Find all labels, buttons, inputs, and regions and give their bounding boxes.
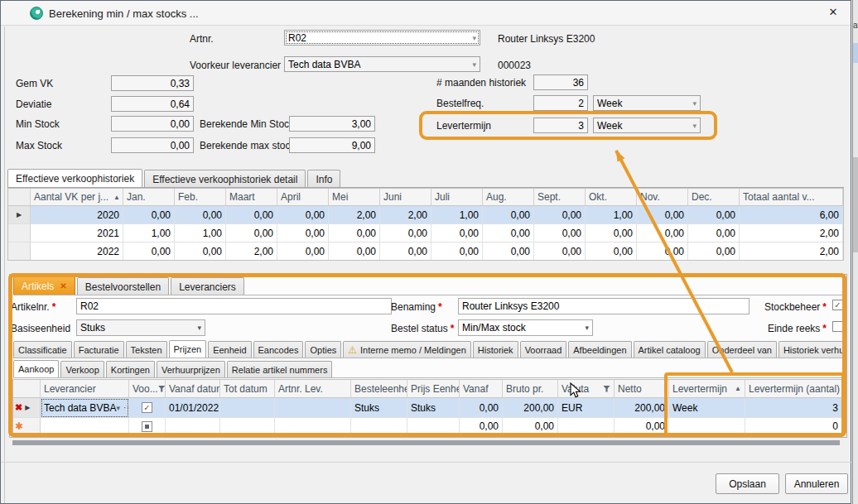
gem-vk-field[interactable]: 0,33 bbox=[111, 75, 194, 91]
grid-cell[interactable]: 0,00 bbox=[460, 418, 503, 435]
grid-cell[interactable]: Stuks bbox=[407, 398, 460, 418]
history-cell[interactable]: 0,00 bbox=[380, 242, 431, 261]
grid-cell[interactable] bbox=[220, 418, 275, 435]
history-cell[interactable]: 2,00 bbox=[740, 242, 843, 261]
history-cell[interactable]: 0,00 bbox=[431, 224, 483, 242]
history-cell[interactable]: 1,00 bbox=[123, 224, 175, 242]
berekende-max-stock-field[interactable]: 9,00 bbox=[289, 137, 375, 153]
grid-cell[interactable] bbox=[166, 418, 220, 435]
history-tabs-item[interactable]: Effectieve verkoophistoriek detail bbox=[144, 170, 306, 188]
grid-cell[interactable]: 3 bbox=[745, 398, 842, 418]
grid-cell[interactable]: ✓ bbox=[129, 398, 166, 418]
price-tabs-item[interactable]: Relatie artikel nummers bbox=[227, 361, 333, 378]
opslaan-button[interactable]: Opslaan bbox=[716, 473, 779, 494]
article-tabs-item[interactable]: Artikels✕ bbox=[13, 276, 75, 295]
grid-column-header[interactable]: Leverancier bbox=[41, 380, 129, 398]
min-stock-field[interactable]: 0,00 bbox=[111, 116, 194, 132]
grid-cell[interactable]: 200,00 bbox=[615, 398, 669, 418]
grid-column-header[interactable]: Vanaf bbox=[460, 380, 503, 398]
history-cell[interactable]: 0,00 bbox=[483, 206, 534, 224]
grid-cell[interactable] bbox=[41, 418, 129, 435]
basiseenheid-dropdown-icon[interactable]: ▾ bbox=[197, 324, 201, 332]
voorkeur-leverancier-combo[interactable]: Tech data BVBA ▾ bbox=[284, 56, 480, 72]
bestel-status-combo[interactable]: Min/Max stock ▾ bbox=[458, 319, 593, 336]
grid-cell[interactable]: Week bbox=[669, 398, 745, 418]
detail-tabs-item[interactable]: Teksten bbox=[126, 341, 167, 358]
dialog-titlebar[interactable]: Berekening min / max stocks ... ✕ bbox=[1, 1, 851, 26]
history-cell[interactable]: 0,00 bbox=[123, 206, 175, 224]
grid-cell[interactable]: 0,00 bbox=[503, 418, 558, 435]
grid-cell[interactable] bbox=[275, 418, 351, 435]
deviatie-field[interactable]: 0,64 bbox=[111, 96, 194, 112]
history-column-header[interactable]: April bbox=[277, 189, 329, 206]
detail-tabs-item[interactable]: Eenheid bbox=[208, 341, 251, 358]
grid-column-header[interactable]: Prijs Eenheid bbox=[407, 380, 460, 398]
filter-icon[interactable] bbox=[158, 386, 166, 392]
history-cell[interactable]: 2,00 bbox=[329, 206, 380, 224]
grid-column-header[interactable]: Besteleenheid bbox=[351, 380, 407, 398]
maanden-historiek-field[interactable]: 36 bbox=[533, 74, 588, 90]
annuleren-button[interactable]: Annuleren bbox=[785, 473, 848, 494]
price-tabs-item[interactable]: Verkoop bbox=[60, 361, 104, 378]
detail-tabs-item[interactable]: Prijzen bbox=[169, 340, 207, 358]
history-tabs-item[interactable]: Effectieve verkoophistoriek bbox=[7, 169, 142, 188]
grid-cell[interactable] bbox=[407, 418, 460, 435]
history-column-header[interactable]: Aug. bbox=[483, 189, 534, 206]
delete-row-icon[interactable]: ✖ bbox=[15, 402, 22, 413]
article-tabs-item[interactable]: Leveranciers bbox=[171, 277, 244, 295]
grid-cell[interactable]: 0,00 bbox=[460, 398, 503, 418]
history-cell[interactable]: 0,00 bbox=[586, 242, 637, 261]
history-cell[interactable]: 0,00 bbox=[637, 242, 688, 261]
history-cell[interactable]: 0,00 bbox=[226, 224, 277, 242]
history-column-header[interactable]: Dec. bbox=[688, 189, 740, 206]
history-cell[interactable]: 0,00 bbox=[688, 242, 740, 261]
grid-cell[interactable]: Stuks bbox=[351, 398, 407, 418]
filter-icon[interactable] bbox=[603, 386, 610, 392]
grid-column-header[interactable]: Voo... bbox=[129, 380, 166, 398]
detail-tabs-item[interactable]: Afbeeldingen bbox=[568, 341, 631, 358]
grid-cell[interactable]: 200,00 bbox=[503, 398, 558, 418]
history-cell[interactable]: 2021 bbox=[31, 224, 123, 242]
grid-cell[interactable] bbox=[351, 418, 407, 435]
history-cell[interactable]: 0,00 bbox=[637, 224, 688, 242]
max-stock-field[interactable]: 0,00 bbox=[111, 137, 194, 153]
voorkeur-leverancier-dropdown-icon[interactable]: ▾ bbox=[470, 60, 478, 69]
detail-tabs-item[interactable]: Classificatie bbox=[13, 341, 72, 358]
grid-cell[interactable] bbox=[558, 418, 615, 435]
close-icon[interactable]: ✕ bbox=[824, 6, 842, 21]
history-cell[interactable]: 0,00 bbox=[688, 206, 740, 224]
detail-tabs-item[interactable]: Facturatie bbox=[74, 341, 124, 358]
history-column-header[interactable]: Nov. bbox=[637, 189, 688, 206]
grid-column-header[interactable]: Levertermijn▲ bbox=[669, 380, 745, 398]
history-cell[interactable]: 0,00 bbox=[329, 224, 380, 242]
history-cell[interactable]: 0,00 bbox=[483, 224, 534, 242]
history-cell[interactable]: 0,00 bbox=[483, 242, 534, 261]
history-cell[interactable]: 2,00 bbox=[226, 242, 277, 261]
history-cell[interactable]: 2022 bbox=[31, 242, 123, 261]
detail-tabs-item[interactable]: Eancodes bbox=[253, 341, 304, 358]
levertermijn-field[interactable]: 3 bbox=[533, 118, 588, 133]
history-cell[interactable]: 1,00 bbox=[431, 206, 483, 224]
history-cell[interactable]: 0,00 bbox=[277, 206, 329, 224]
basiseenheid-combo[interactable]: Stuks ▾ bbox=[76, 319, 205, 336]
grid-cell[interactable]: 0 bbox=[745, 418, 842, 435]
history-column-header[interactable]: Aantal VK per j...▲ bbox=[31, 189, 123, 206]
grid-cell[interactable] bbox=[220, 398, 275, 418]
detail-tabs-item[interactable]: Voorraad bbox=[520, 341, 567, 358]
history-cell[interactable]: 1,00 bbox=[175, 224, 226, 242]
history-column-header[interactable]: Okt. bbox=[586, 189, 637, 206]
voorkeur-checkbox[interactable] bbox=[142, 421, 152, 432]
history-cell[interactable]: 0,00 bbox=[277, 242, 329, 261]
grid-column-header[interactable]: Levertermijn (aantal) bbox=[745, 380, 842, 398]
berekende-min-stock-field[interactable]: 3,00 bbox=[289, 116, 375, 132]
history-cell[interactable]: 0,00 bbox=[688, 224, 740, 242]
grid-column-header[interactable]: Tot datum bbox=[220, 380, 275, 398]
history-column-header[interactable]: Maart bbox=[226, 189, 277, 206]
artikelnr-input[interactable]: R02 bbox=[76, 298, 392, 314]
history-cell[interactable]: 0,00 bbox=[534, 242, 586, 261]
history-column-header[interactable]: Jan. bbox=[123, 189, 175, 206]
bestelfreq-unit-dropdown-icon[interactable]: ▾ bbox=[691, 99, 698, 108]
history-column-header[interactable]: Sept. bbox=[534, 189, 586, 206]
history-column-header[interactable]: Totaal aantal v... bbox=[740, 189, 843, 206]
grid-column-header[interactable]: Netto bbox=[615, 380, 669, 398]
